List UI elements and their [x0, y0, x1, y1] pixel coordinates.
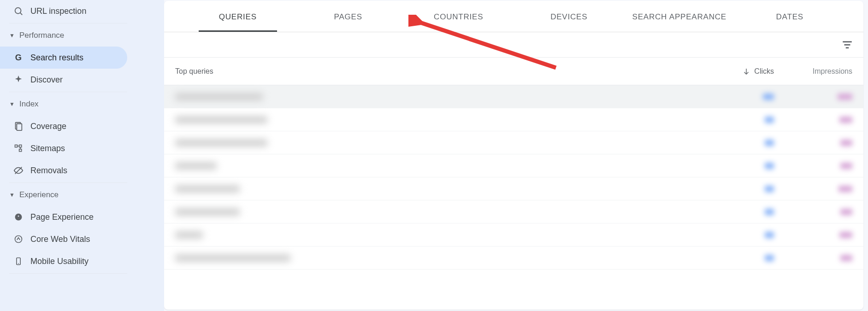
sitemaps-icon [13, 143, 24, 154]
tab-bar: QUERIES PAGES COUNTRIES DEVICES SEARCH A… [164, 1, 863, 32]
blurred-query [175, 254, 290, 262]
query-cell [175, 116, 696, 123]
sidebar-item-label: Search results [30, 53, 83, 63]
clicks-cell [696, 94, 774, 100]
table-row[interactable] [164, 177, 863, 200]
filter-icon[interactable] [841, 39, 853, 51]
svg-rect-6 [19, 145, 22, 147]
impressions-cell [774, 117, 852, 123]
sidebar-item-label: Coverage [30, 122, 66, 131]
sidebar-item-url-inspection[interactable]: URL inspection [0, 0, 127, 22]
sidebar: URL inspection ▼ Performance G Search re… [0, 0, 164, 311]
sidebar-item-mobile-usability[interactable]: Mobile Usability [0, 250, 127, 272]
query-cell [175, 185, 696, 193]
blurred-query [175, 208, 240, 216]
tab-dates[interactable]: DATES [735, 12, 845, 32]
discover-icon [13, 74, 24, 85]
filter-bar [164, 32, 863, 58]
tab-queries[interactable]: QUERIES [183, 12, 293, 32]
clicks-cell [696, 140, 774, 146]
sidebar-item-discover[interactable]: Discover [0, 69, 127, 91]
table-header: Top queries Clicks Impressions [164, 58, 863, 85]
svg-text:G: G [15, 53, 22, 62]
blurred-impressions [840, 209, 852, 215]
search-icon [13, 6, 24, 17]
sidebar-item-label: Sitemaps [30, 144, 65, 153]
table-row[interactable] [164, 200, 863, 223]
tab-devices[interactable]: DEVICES [514, 12, 625, 32]
sidebar-item-core-web-vitals[interactable]: Core Web Vitals [0, 228, 127, 250]
tab-search-appearance[interactable]: SEARCH APPEARANCE [624, 12, 735, 32]
tab-countries[interactable]: COUNTRIES [403, 12, 514, 32]
sort-down-icon [742, 67, 750, 76]
svg-line-1 [20, 13, 23, 15]
sidebar-section-label: Experience [19, 190, 59, 200]
divider [9, 182, 127, 183]
svg-point-11 [15, 214, 22, 221]
clicks-cell [696, 163, 774, 169]
table-row[interactable] [164, 108, 863, 131]
main-content: QUERIES PAGES COUNTRIES DEVICES SEARCH A… [164, 0, 868, 311]
table-row[interactable] [164, 131, 863, 154]
divider [9, 23, 127, 23]
blurred-impressions [839, 117, 852, 123]
sidebar-item-label: URL inspection [30, 6, 86, 16]
sidebar-item-coverage[interactable]: Coverage [0, 115, 127, 137]
removals-icon [13, 165, 24, 176]
blurred-query [175, 162, 217, 170]
column-impressions-label: Impressions [813, 67, 852, 75]
column-clicks-label: Clicks [754, 67, 774, 76]
sidebar-section-performance[interactable]: ▼ Performance [0, 24, 164, 47]
sidebar-item-label: Mobile Usability [30, 257, 89, 266]
blurred-clicks [765, 163, 774, 169]
sidebar-item-removals[interactable]: Removals [0, 159, 127, 182]
table-row[interactable] [164, 85, 863, 108]
blurred-query [175, 93, 263, 100]
divider [9, 273, 127, 274]
sidebar-section-index[interactable]: ▼ Index [0, 93, 164, 115]
impressions-cell [774, 163, 852, 169]
svg-rect-16 [844, 44, 850, 46]
chevron-down-icon: ▼ [9, 192, 18, 198]
sidebar-item-search-results[interactable]: G Search results [0, 47, 127, 69]
blurred-impressions [839, 232, 852, 238]
blurred-clicks [765, 255, 774, 261]
sidebar-item-label: Discover [30, 75, 63, 85]
svg-rect-17 [846, 47, 849, 48]
table-row[interactable] [164, 223, 863, 246]
sidebar-section-label: Performance [19, 31, 64, 40]
blurred-clicks [763, 94, 774, 100]
blurred-impressions [840, 140, 852, 146]
column-clicks[interactable]: Clicks [696, 67, 774, 76]
svg-rect-7 [19, 149, 22, 152]
sidebar-section-label: Index [19, 100, 39, 109]
svg-point-0 [15, 8, 21, 14]
sidebar-item-sitemaps[interactable]: Sitemaps [0, 137, 127, 159]
query-cell [175, 139, 696, 147]
impressions-cell [774, 140, 852, 146]
blurred-clicks [765, 209, 774, 215]
clicks-cell [696, 186, 774, 192]
column-impressions[interactable]: Impressions [774, 67, 852, 76]
tab-pages[interactable]: PAGES [293, 12, 404, 32]
sidebar-item-label: Page Experience [30, 212, 94, 222]
blurred-impressions [838, 94, 852, 100]
sidebar-item-label: Core Web Vitals [30, 235, 90, 244]
table-row[interactable] [164, 154, 863, 177]
sidebar-item-page-experience[interactable]: Page Experience [0, 206, 127, 228]
svg-rect-5 [15, 145, 18, 147]
svg-point-12 [15, 236, 22, 243]
column-top-queries: Top queries [175, 67, 696, 76]
performance-card: QUERIES PAGES COUNTRIES DEVICES SEARCH A… [164, 1, 863, 310]
impressions-cell [774, 209, 852, 215]
svg-rect-15 [843, 41, 852, 42]
blurred-query [175, 116, 267, 123]
clicks-cell [696, 232, 774, 238]
query-cell [175, 254, 696, 262]
blurred-query [175, 231, 203, 239]
query-cell [175, 208, 696, 216]
table-row[interactable] [164, 246, 863, 270]
blurred-clicks [765, 232, 774, 238]
blurred-clicks [765, 140, 774, 146]
sidebar-section-experience[interactable]: ▼ Experience [0, 184, 164, 206]
